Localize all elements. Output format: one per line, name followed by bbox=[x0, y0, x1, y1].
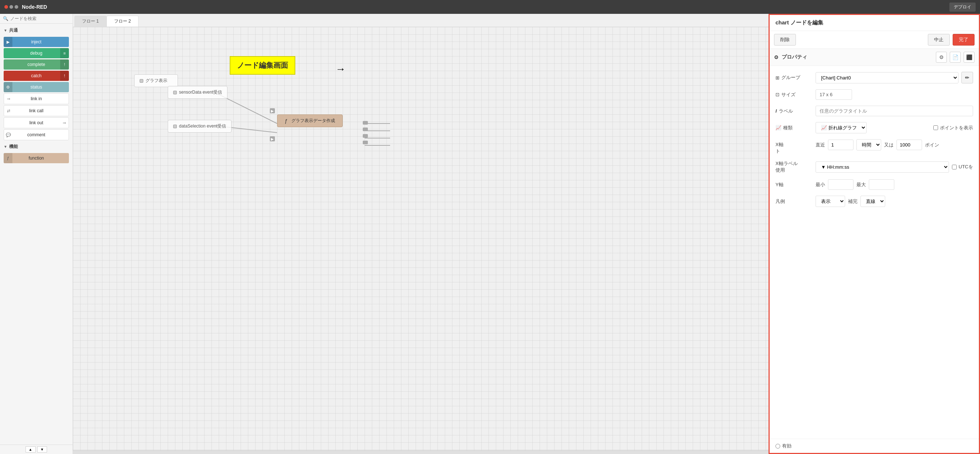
sidebar-item-status[interactable]: ⚙ status bbox=[4, 82, 69, 92]
panel-footer: 有効 bbox=[770, 439, 979, 453]
props-label: プロパティ bbox=[782, 54, 807, 60]
xaxis-label: X軸 ト bbox=[775, 139, 812, 154]
section-kyotsuu[interactable]: ▼ 共通 bbox=[0, 25, 73, 36]
deploy-button[interactable]: デプロイ bbox=[950, 3, 975, 12]
xaxis-unit-select[interactable]: 時間 分 bbox=[856, 139, 881, 151]
xaxis-label-select[interactable]: ▼ HH:mm:ss bbox=[816, 162, 949, 173]
search-input[interactable] bbox=[10, 16, 70, 21]
group-label: ⊞ グループ bbox=[775, 74, 812, 81]
node-port-sensor bbox=[173, 91, 177, 94]
function-label: function bbox=[29, 156, 44, 161]
logo-dots bbox=[5, 5, 18, 9]
link-call-icon: ⇄ bbox=[4, 106, 13, 116]
canvas-node-sensor-data[interactable]: sensorData event受信 bbox=[168, 86, 228, 99]
size-label: ⊡ サイズ bbox=[775, 92, 812, 98]
yaxis-max-input[interactable] bbox=[869, 179, 894, 190]
panel-toolbar: 削除 中止 完了 bbox=[770, 31, 979, 49]
chevron-icon: ▼ bbox=[4, 29, 7, 32]
sidebar-item-comment[interactable]: 💬 comment bbox=[4, 129, 69, 140]
props-form: ⊞ グループ [Chart] Chart0 ✏ ⊡ サイズ bbox=[770, 66, 979, 439]
catch-label: catch bbox=[31, 73, 41, 78]
tab-flow2[interactable]: フロー 2 bbox=[107, 16, 138, 27]
sidebar-item-link-out[interactable]: link out ⇒ bbox=[4, 117, 69, 128]
cancel-button[interactable]: 中止 bbox=[928, 34, 950, 46]
legend-control: 表示 非表示 補完 直線 なし bbox=[816, 196, 973, 207]
status-label: status bbox=[30, 84, 42, 90]
tab-info-icon[interactable]: ⬛ bbox=[964, 52, 975, 63]
size-icon: ⊡ bbox=[775, 92, 780, 97]
tab-flow1[interactable]: フロー 1 bbox=[75, 16, 107, 27]
size-control bbox=[816, 89, 973, 100]
xaxis-points-input[interactable] bbox=[897, 140, 922, 150]
connector-2: ▶ bbox=[270, 136, 275, 141]
xaxis-recent-input[interactable] bbox=[828, 140, 853, 150]
debug-icon: ≡ bbox=[60, 48, 69, 58]
node-list: ▼ 共通 ▶ inject debug ≡ complete ! catch !… bbox=[0, 24, 73, 444]
prop-row-legend: 凡例 表示 非表示 補完 直線 なし bbox=[775, 196, 973, 207]
size-input[interactable] bbox=[816, 89, 852, 100]
type-control: 📈 折れ線グラフ 棒グラフ 円グラフ ポイントを表示 bbox=[816, 122, 973, 133]
section-kinou-label: 機能 bbox=[9, 144, 18, 150]
supplement-select[interactable]: 直線 なし bbox=[861, 196, 885, 207]
tab-doc-icon[interactable]: 📄 bbox=[950, 52, 961, 63]
scroll-up-button[interactable]: ▲ bbox=[25, 446, 36, 452]
topbar: Node-RED デプロイ bbox=[0, 0, 980, 14]
sidebar-item-debug[interactable]: debug ≡ bbox=[4, 48, 69, 58]
xaxis-row1: 直近 時間 分 又は ポイン bbox=[816, 139, 973, 151]
legend-select[interactable]: 表示 非表示 bbox=[816, 196, 845, 207]
utc-checkbox[interactable] bbox=[952, 165, 957, 170]
link-call-label: link call bbox=[29, 108, 43, 113]
label-label: I ラベル bbox=[775, 108, 812, 114]
done-button[interactable]: 完了 bbox=[953, 34, 975, 46]
section-kyotsuu-label: 共通 bbox=[9, 27, 18, 33]
main-area: 🔍 ▼ 共通 ▶ inject debug ≡ complete ! catch bbox=[0, 14, 980, 454]
sidebar-item-link-in[interactable]: ⇒ link in bbox=[4, 93, 69, 104]
group-control: [Chart] Chart0 ✏ bbox=[816, 72, 973, 83]
function-node-icon: ƒ bbox=[285, 118, 288, 124]
sidebar-item-link-call[interactable]: ⇄ link call bbox=[4, 105, 69, 116]
link-in-label: link in bbox=[30, 96, 42, 101]
scroll-down-button[interactable]: ▼ bbox=[37, 446, 48, 452]
show-points-checkbox[interactable] bbox=[933, 125, 938, 130]
group-edit-button[interactable]: ✏ bbox=[961, 72, 973, 83]
output-ports bbox=[363, 121, 368, 144]
yaxis-min-input[interactable] bbox=[828, 179, 853, 190]
delete-button[interactable]: 削除 bbox=[774, 34, 796, 46]
canvas[interactable]: ノード編集画面 → グラフ表示 sensorData event受信 ▶ ▶ bbox=[73, 27, 768, 450]
canvas-node-data-selection[interactable]: dataSelection event受信 bbox=[168, 120, 232, 133]
tab-bar: フロー 1 フロー 2 bbox=[73, 14, 768, 27]
prop-row-type: 📈 種類 📈 折れ線グラフ 棒グラフ 円グラフ ポイントを表示 bbox=[775, 122, 973, 133]
active-radio-label[interactable]: 有効 bbox=[775, 443, 792, 449]
comment-label: comment bbox=[27, 132, 45, 137]
type-select[interactable]: 📈 折れ線グラフ 棒グラフ 円グラフ bbox=[816, 122, 867, 133]
app-title: Node-RED bbox=[22, 4, 47, 10]
sidebar-item-complete[interactable]: complete ! bbox=[4, 59, 69, 70]
edit-panel: chart ノードを編集 削除 中止 完了 ⚙ プロパティ ⚙ 📄 ⬛ ⊞ グル… bbox=[768, 14, 980, 454]
logo-dot-gray1 bbox=[10, 5, 13, 9]
node-port bbox=[140, 79, 143, 83]
sidebar-item-inject[interactable]: ▶ inject bbox=[4, 37, 69, 47]
complete-label: complete bbox=[27, 62, 45, 67]
group-select[interactable]: [Chart] Chart0 bbox=[816, 72, 958, 83]
inject-icon: ▶ bbox=[4, 37, 13, 47]
link-out-label: link out bbox=[29, 120, 43, 125]
prop-row-size: ⊡ サイズ bbox=[775, 89, 973, 100]
active-radio[interactable] bbox=[775, 444, 780, 449]
utc-label[interactable]: UTCを bbox=[952, 164, 973, 170]
chevron-icon-kinou: ▼ bbox=[4, 144, 7, 149]
annotation-arrow: → bbox=[336, 63, 345, 75]
node-port-datasel bbox=[173, 125, 177, 128]
show-points-label[interactable]: ポイントを表示 bbox=[933, 125, 973, 131]
sidebar-item-catch[interactable]: catch ! bbox=[4, 71, 69, 81]
scroll-arrows: ▲ ▼ bbox=[0, 444, 73, 454]
section-kinou[interactable]: ▼ 機能 bbox=[0, 141, 73, 152]
xaxis-controls: 直近 時間 分 又は ポイン bbox=[816, 139, 973, 151]
canvas-node-graph-display[interactable]: グラフ表示 bbox=[134, 74, 178, 87]
canvas-node-graph-data-create[interactable]: ƒ グラフ表示データ作成 bbox=[277, 114, 343, 127]
canvas-scrollbar[interactable] bbox=[73, 450, 768, 454]
tab-settings-icon[interactable]: ⚙ bbox=[936, 52, 947, 63]
inject-label: inject bbox=[31, 39, 41, 44]
yaxis-label: Y軸 bbox=[775, 181, 812, 188]
sidebar-item-function[interactable]: ƒ function bbox=[4, 153, 69, 163]
label-input[interactable] bbox=[816, 106, 973, 116]
